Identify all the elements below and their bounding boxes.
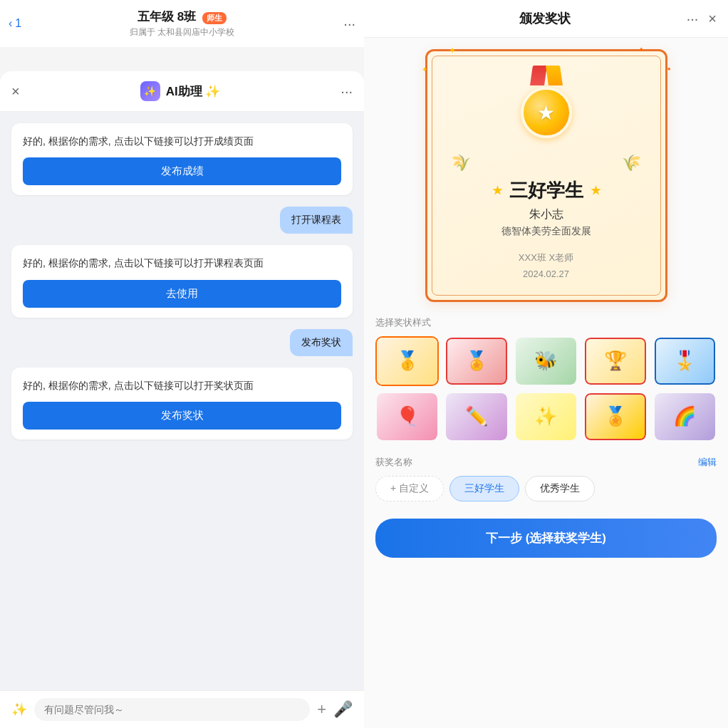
award-more-button[interactable]: ··· [687,11,699,27]
template-10-inner: 🌈 [655,393,715,440]
award-header-title: 颁发奖状 [519,10,571,27]
template-8-inner: ✨ [516,393,576,440]
user-message-1: 打开课程表 [280,207,353,234]
template-9-inner: 🏅 [585,393,645,440]
template-item-1[interactable]: 🥇 [375,336,439,386]
ai-modal: × ✨ AI助理 ✨ ··· 好的, 根据你的需求, 点击以下链接可以打开成绩页… [0,71,364,728]
cert-medal: ★ [514,66,578,144]
chat-header: ‹ 1 五年级 8班 师生 归属于 太和县闾庙中小学校 ··· [0,0,364,47]
cert-title: ★ 三好学生 ★ [444,178,648,203]
ai-message-3: 好的, 根据你的需求, 点击以下链接可以打开奖状页面 发布奖状 [11,368,353,440]
back-count: 1 [15,17,21,30]
award-name-header: 获奖名称 编辑 [375,456,717,469]
cert-medal-area: ★ [444,66,648,144]
ai-input-bar: ✨ + 🎤 [0,690,364,728]
template-section-label: 选择奖状样式 [375,316,717,329]
ribbon-right [546,66,563,85]
deco-star-4: ● [667,66,671,72]
template-4-inner: 🏆 [585,338,645,385]
ai-modal-header: × ✨ AI助理 ✨ ··· [0,71,364,112]
right-panel: 颁发奖状 ··· × ✦ ✦ ✦ ● ★ [364,0,728,728]
ai-add-button[interactable]: + [317,700,326,719]
publish-award-button[interactable]: 发布奖状 [23,402,341,430]
header-more-button[interactable]: ··· [343,16,355,32]
publish-grade-button[interactable]: 发布成绩 [23,157,341,185]
template-3-inner: 🐝 [516,338,576,385]
certificate-card: ✦ ✦ ✦ ● ★ 🌾 🌾 [425,49,667,302]
ai-message-1: 好的, 根据你的需求, 点击以下链接可以打开成绩页面 发布成绩 [11,123,353,195]
user-message-2: 发布奖状 [290,329,353,356]
ai-message-1-text: 好的, 根据你的需求, 点击以下链接可以打开成绩页面 [23,133,341,149]
ai-close-button[interactable]: × [11,83,20,100]
cert-recipient-name: 朱小志 [444,207,648,222]
ai-chat-body: 好的, 根据你的需求, 点击以下链接可以打开成绩页面 发布成绩 打开课程表 好的… [0,112,364,690]
template-item-8[interactable]: ✨ [514,392,578,442]
template-grid: 🥇 🏅 🐝 🏆 🎖️ 🎈 ✏️ ✨ [375,336,717,442]
deco-star-2: ✦ [638,46,644,53]
ai-message-2-text: 好的, 根据你的需求, 点击以下链接可以打开课程表页面 [23,255,341,271]
medal-ribbon [529,66,564,87]
template-2-inner: 🏅 [446,338,506,385]
next-step-button[interactable]: 下一步 (选择获奖学生) [375,519,717,558]
wheat-left-icon: 🌾 [452,154,471,172]
award-name-section: 获奖名称 编辑 + 自定义 三好学生 优秀学生 [375,456,717,501]
ai-input-field[interactable] [34,698,310,721]
wheat-right-icon: 🌾 [622,154,641,172]
award-tag-custom[interactable]: + 自定义 [375,476,444,501]
template-item-2[interactable]: 🏅 [444,336,508,386]
ai-icon: ✨ [140,81,160,101]
template-item-6[interactable]: 🎈 [375,392,439,442]
ai-message-2: 好的, 根据你的需求, 点击以下链接可以打开课程表页面 去使用 [11,245,353,317]
ai-message-3-text: 好的, 根据你的需求, 点击以下链接可以打开奖状页面 [23,378,341,393]
ai-mic-button[interactable]: 🎤 [333,700,353,719]
back-button[interactable]: ‹ 1 [9,17,21,30]
template-5-inner: 🎖️ [655,338,715,385]
template-item-9[interactable]: 🏅 [583,392,647,442]
cert-title-deco-right: ★ [591,184,600,197]
go-use-button[interactable]: 去使用 [23,280,341,308]
cert-description: 德智体美劳全面发展 [444,225,648,238]
wheat-row: 🌾 🌾 [444,154,648,172]
cert-class-info: XXX班 X老师 2024.02.27 [444,249,648,283]
award-close-button[interactable]: × [708,11,717,27]
template-item-4[interactable]: 🏆 [583,336,647,386]
deco-star-3: ✦ [422,66,427,73]
chevron-left-icon: ‹ [9,17,12,30]
cert-title-deco-left: ★ [492,184,502,197]
award-tag-sanhao[interactable]: 三好学生 [449,476,519,501]
template-item-7[interactable]: ✏️ [444,392,508,442]
left-panel: ‹ 1 五年级 8班 师生 归属于 太和县闾庙中小学校 ··· × ✨ AI助理… [0,0,364,728]
award-tags: + 自定义 三好学生 优秀学生 [375,476,717,501]
award-tag-youxiu[interactable]: 优秀学生 [525,476,595,501]
award-name-edit-button[interactable]: 编辑 [698,456,717,469]
template-7-inner: ✏️ [446,393,506,440]
class-title: 五年级 8班 师生 [11,9,353,25]
ai-modal-title: ✨ AI助理 ✨ [140,81,221,101]
award-header-actions: ··· × [687,11,717,27]
template-item-3[interactable]: 🐝 [514,336,578,386]
medal-circle: ★ [521,87,572,138]
teacher-badge: 师生 [202,12,227,24]
template-item-5[interactable]: 🎖️ [653,336,717,386]
template-item-10[interactable]: 🌈 [653,392,717,442]
award-name-label: 获奖名称 [375,456,412,469]
template-6-inner: 🎈 [377,393,437,440]
class-subtitle: 归属于 太和县闾庙中小学校 [11,26,353,38]
ribbon-left [530,66,547,85]
medal-star-icon: ★ [537,101,555,125]
award-header: 颁发奖状 ··· × [364,0,728,38]
ai-sparkle-icon: ✨ [11,702,27,717]
deco-star-1: ✦ [449,46,456,56]
template-1-inner: 🥇 [377,338,437,385]
award-body: ✦ ✦ ✦ ● ★ 🌾 🌾 [364,38,728,728]
ai-more-button[interactable]: ··· [340,83,353,100]
